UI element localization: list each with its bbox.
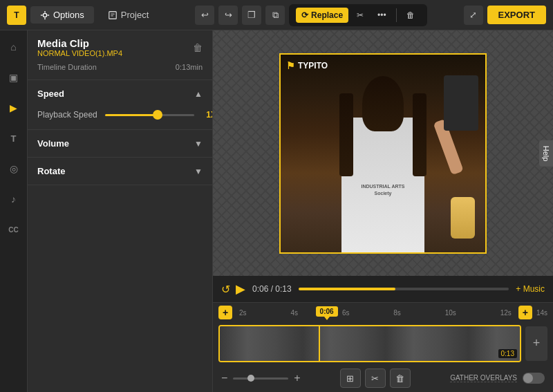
replace-button[interactable]: ⟳ Replace xyxy=(296,8,348,23)
crop-button[interactable]: ✂ xyxy=(351,8,369,23)
volume-section: Volume ▼ xyxy=(28,130,212,158)
help-button[interactable]: Help xyxy=(539,140,553,167)
panel-delete-button[interactable]: 🗑 xyxy=(193,42,203,53)
rotate-arrow-icon: ▼ xyxy=(194,167,203,176)
speed-title: Speed xyxy=(37,88,64,99)
toolbar-divider xyxy=(396,8,397,22)
time-bubble-arrow xyxy=(324,317,330,320)
speed-value: 1X xyxy=(200,110,213,120)
timeline-add-right-button[interactable]: + xyxy=(518,306,532,319)
export-button[interactable]: EXPORT xyxy=(487,6,546,24)
undo-button[interactable]: ↩ xyxy=(195,6,214,25)
rotate-title: Rotate xyxy=(37,166,65,176)
time-bubble: 0:06 xyxy=(316,306,338,317)
timeline-duration-label: Timeline Duration xyxy=(37,63,97,71)
top-bar-right: ⤢ EXPORT xyxy=(464,6,546,25)
bg-element-1 xyxy=(444,75,478,131)
add-music-button[interactable]: + Music xyxy=(516,284,545,294)
floating-toolbar: ⟳ Replace ✂ ••• 🗑 xyxy=(289,4,427,26)
ruler-mark-12s: 12s xyxy=(500,309,512,317)
volume-title: Volume xyxy=(37,138,69,149)
ruler-mark-4s: 4s xyxy=(290,309,298,317)
replay-button[interactable]: ↺ xyxy=(221,283,230,296)
panel-title: Media Clip xyxy=(37,37,122,49)
cut-button[interactable]: ✂ xyxy=(365,368,386,388)
ruler-mark-14s: 14s xyxy=(532,309,547,317)
time-display: 0:06 / 0:13 xyxy=(252,284,292,294)
more-button[interactable]: ••• xyxy=(372,8,392,23)
svg-point-0 xyxy=(43,13,46,17)
playback-speed-label: Playback Speed xyxy=(37,110,100,120)
rotate-section-header[interactable]: Rotate ▼ xyxy=(28,158,212,185)
svg-rect-5 xyxy=(109,11,117,19)
sidebar-icon-text[interactable]: T xyxy=(4,129,24,148)
redo-button[interactable]: ↪ xyxy=(218,6,238,25)
video-area: INDUSTRIAL ARTSSociety ⚑ TYPITO Help xyxy=(213,30,553,276)
timeline-area: + 2s 4s 0:06 6s 8s 10s 12s + 14s xyxy=(213,302,553,392)
person-shape xyxy=(331,80,435,252)
sidebar-icon-elements[interactable]: ◎ xyxy=(4,159,24,178)
ruler-mark-6s: 6s xyxy=(342,309,350,317)
delete-clip-button[interactable]: 🗑 xyxy=(401,8,420,23)
playback-speed-row: Playback Speed 1X xyxy=(37,110,203,120)
typito-logo: ⚑ TYPITO xyxy=(286,60,328,71)
replace-icon: ⟳ xyxy=(301,10,308,20)
toggle-knob xyxy=(523,373,533,383)
main-layout: ⌂ ▣ ▶ T ◎ ♪ CC Media Clip NORMAL VIDEO(1… xyxy=(0,30,553,392)
panel-subtitle: NORMAL VIDEO(1).MP4 xyxy=(37,49,122,57)
speed-section-content: Playback Speed 1X xyxy=(28,107,212,129)
tc-tools: ⊞ ✂ 🗑 xyxy=(340,368,411,388)
clip-playhead xyxy=(319,325,320,362)
clip-strip[interactable]: 0:13 xyxy=(218,325,521,362)
volume-section-header[interactable]: Volume ▼ xyxy=(28,130,212,157)
top-bar-center: ↩ ↪ ❐ ⧉ ⟳ Replace ✂ ••• 🗑 xyxy=(195,4,427,26)
video-frame: INDUSTRIAL ARTSSociety ⚑ TYPITO xyxy=(279,53,487,254)
gather-overlays-toggle[interactable] xyxy=(523,373,545,384)
sidebar-icon-home[interactable]: ⌂ xyxy=(4,37,24,57)
playback-speed-slider[interactable] xyxy=(105,114,194,116)
gather-overlays-label: GATHER OVERLAYS xyxy=(450,374,517,382)
shirt-text-area: INDUSTRIAL ARTSSociety xyxy=(362,183,405,197)
zoom-slider[interactable] xyxy=(233,377,288,380)
video-inner: INDUSTRIAL ARTSSociety xyxy=(281,55,485,252)
playback-bar: ↺ ▶ 0:06 / 0:13 + Music xyxy=(213,276,553,302)
tab-project[interactable]: Project xyxy=(98,6,158,24)
ruler-mark-8s: 8s xyxy=(393,309,401,317)
top-bar-left: T Options Project xyxy=(7,6,158,25)
speed-section-header[interactable]: Speed ▲ xyxy=(28,80,212,107)
sidebar-icon-video[interactable]: ▶ xyxy=(4,98,24,118)
speed-section: Speed ▲ Playback Speed 1X xyxy=(28,80,212,130)
timeline-controls: − + ⊞ ✂ 🗑 GATHER OVERLAYS xyxy=(213,364,553,392)
progress-bar[interactable] xyxy=(299,288,509,290)
typito-icon: ⚑ xyxy=(286,60,295,71)
panel-header: Media Clip NORMAL VIDEO(1).MP4 🗑 xyxy=(28,30,212,62)
ruler-marks: 2s 4s 0:06 6s 8s 10s 12s xyxy=(232,309,518,317)
top-bar: T Options Project ↩ ↪ ❐ ⧉ ⟳ Replace ✂ ••… xyxy=(0,0,553,30)
content-area: INDUSTRIAL ARTSSociety ⚑ TYPITO Help ↺ ▶… xyxy=(213,30,553,392)
timeline-add-left-button[interactable]: + xyxy=(218,306,232,319)
track-add-right-button[interactable]: + xyxy=(525,326,547,361)
app-logo: T xyxy=(7,6,26,25)
tc-right: GATHER OVERLAYS xyxy=(450,373,545,384)
speed-arrow-icon: ▲ xyxy=(194,89,203,99)
progress-bar-fill xyxy=(299,288,395,290)
fullscreen-button[interactable]: ⤢ xyxy=(464,6,483,25)
delete-button[interactable]: 🗑 xyxy=(390,368,411,388)
cup-element xyxy=(451,197,475,239)
split-button[interactable]: ⊞ xyxy=(340,368,361,388)
timeline-ruler: + 2s 4s 0:06 6s 8s 10s 12s + 14s xyxy=(213,303,553,322)
timeline-track: 0:13 + xyxy=(213,322,553,364)
copy-button[interactable]: ⧉ xyxy=(265,6,285,25)
tab-options[interactable]: Options xyxy=(30,6,94,24)
panel-title-area: Media Clip NORMAL VIDEO(1).MP4 xyxy=(37,37,122,57)
play-button[interactable]: ▶ xyxy=(236,281,245,297)
sidebar-icon-captions[interactable]: CC xyxy=(4,220,24,239)
zoom-out-button[interactable]: − xyxy=(221,372,227,384)
sidebar-icons: ⌂ ▣ ▶ T ◎ ♪ CC xyxy=(0,30,28,392)
sidebar-icon-media[interactable]: ▣ xyxy=(4,68,24,87)
zoom-in-button[interactable]: + xyxy=(294,372,300,384)
volume-arrow-icon: ▼ xyxy=(194,139,203,149)
sidebar-icon-audio[interactable]: ♪ xyxy=(4,189,24,209)
ruler-mark-2s: 2s xyxy=(239,309,247,317)
duplicate-button[interactable]: ❐ xyxy=(242,6,261,25)
